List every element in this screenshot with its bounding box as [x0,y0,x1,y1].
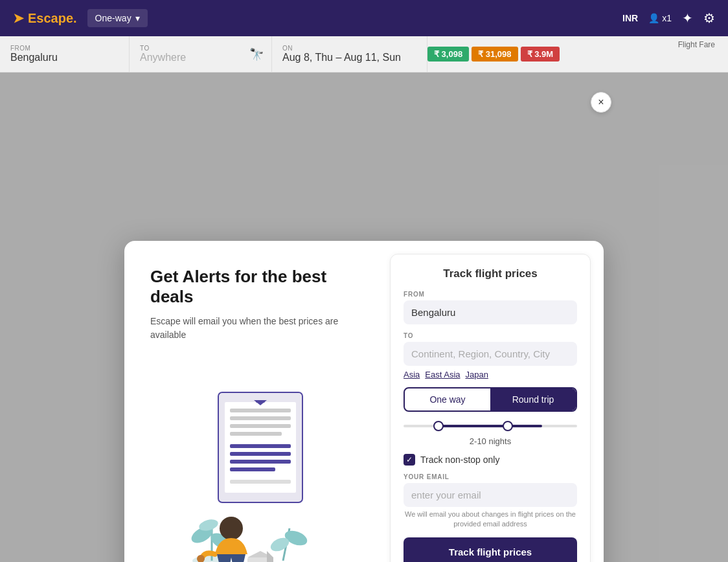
form-to-group: TO Asia East Asia Japan [404,332,577,379]
svg-rect-3 [230,416,291,420]
fare-mid: ₹ 31,098 [472,47,518,62]
fare-label: Flight Fare [678,40,715,49]
nonstop-label: Track non-stop only [420,455,499,465]
email-label: YOUR EMAIL [404,473,577,480]
nights-slider: 2-10 nights [404,420,577,446]
slider-thumb-right[interactable] [503,421,513,431]
trip-type-selector[interactable]: One-way ▾ [87,9,148,27]
track-prices-modal: Get Alerts for the best deals Escape wil… [124,241,604,562]
explore-icon: 🔭 [249,47,264,62]
svg-rect-10 [230,480,291,484]
svg-marker-26 [267,551,273,562]
fare-high: ₹ 3.9M [521,47,560,62]
svg-rect-2 [230,409,291,412]
email-section: YOUR EMAIL We will email you about chang… [404,473,577,530]
passengers-count: x1 [662,13,672,23]
from-value: Bengaluru [10,52,119,63]
form-from-label: FROM [404,291,577,298]
svg-point-20 [220,517,243,540]
slider-fill [438,425,543,427]
svg-rect-6 [230,444,291,448]
trip-type-label: One-way [95,13,131,23]
svg-rect-5 [230,432,282,436]
person-icon: 👤 [648,13,659,23]
to-value: Anywhere [140,52,261,63]
form-to-input[interactable] [404,342,577,366]
svg-rect-7 [230,452,291,456]
slider-track[interactable] [404,425,577,427]
email-input[interactable] [404,483,577,507]
svg-rect-9 [230,467,275,471]
chevron-down-icon: ▾ [135,13,140,23]
one-way-toggle[interactable]: One way [405,388,490,410]
search-bar: FROM Bengaluru TO Anywhere 🔭 ON Aug 8, T… [0,36,728,73]
from-label: FROM [10,45,119,52]
check-icon: ✓ [406,455,413,464]
trip-type-toggle: One way Round trip [404,387,577,412]
date-field[interactable]: ON Aug 8, Thu – Aug 11, Sun [272,36,427,72]
form-from-input[interactable] [404,300,577,324]
logo-text: Escape. [28,11,77,26]
logo: ➤ Escape. [13,10,77,26]
svg-rect-4 [230,424,291,428]
date-value: Aug 8, Thu – Aug 11, Sun [282,52,416,63]
form-to-label: TO [404,332,577,339]
svg-rect-11 [256,400,265,403]
round-trip-toggle[interactable]: Round trip [490,388,576,410]
nonstop-checkbox-row: ✓ Track non-stop only [404,454,577,466]
track-form-title: Track flight prices [404,267,577,280]
fare-section: Flight Fare ₹ 3,098 ₹ 31,098 ₹ 3.9M [427,36,728,72]
slider-label: 2-10 nights [404,436,577,446]
suggestion-east-asia[interactable]: East Asia [425,370,460,379]
fare-low: ₹ 3,098 [427,47,469,62]
settings-icon[interactable]: ⚙ [703,10,715,26]
nonstop-checkbox[interactable]: ✓ [404,454,415,466]
destination-suggestions: Asia East Asia Japan [404,370,577,379]
top-navigation: ➤ Escape. One-way ▾ INR 👤 x1 ✦ ⚙ [0,0,728,36]
track-form-panel: Track flight prices FROM TO Asia East As… [390,254,591,562]
illustration [131,386,383,562]
to-field[interactable]: TO Anywhere 🔭 [130,36,272,72]
passengers-selector[interactable]: 👤 x1 [648,13,672,23]
slider-thumb-left[interactable] [433,421,444,431]
track-prices-button[interactable]: Track flight prices [404,537,577,562]
form-from-group: FROM [404,291,577,324]
favorites-icon[interactable]: ✦ [682,10,693,26]
close-button[interactable]: × [591,92,611,113]
suggestion-japan[interactable]: Japan [466,370,488,379]
suggestion-asia[interactable]: Asia [404,370,420,379]
date-label: ON [282,45,416,52]
from-field[interactable]: FROM Bengaluru [0,36,130,72]
currency-selector[interactable]: INR [622,13,638,23]
modal-headline: Get Alerts for the best deals [150,267,370,307]
logo-arrow-icon: ➤ [13,10,24,26]
to-label: TO [140,45,261,52]
modal-subtext: Escape will email you when the best pric… [150,315,370,342]
svg-rect-8 [230,460,291,464]
modal-left-panel: Get Alerts for the best deals Escape wil… [124,241,390,562]
close-icon: × [598,96,604,108]
email-note: We will email you about changes in fligh… [404,510,577,530]
